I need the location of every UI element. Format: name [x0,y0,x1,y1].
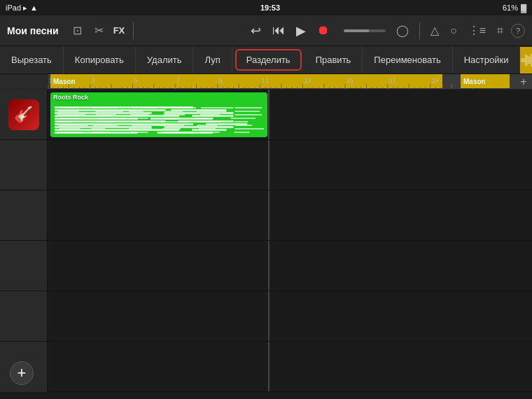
add-track-button[interactable]: + [10,361,34,385]
cut-button[interactable]: Вырезать [0,46,64,74]
empty-track-header-5 [0,291,47,342]
region-waveform [50,102,267,136]
track-lanes: Roots Rock [48,90,532,392]
wifi-icon: ▲ [30,4,38,12]
track-lane-6[interactable] [48,342,532,392]
notification-icon[interactable]: △ [427,21,442,40]
app-title[interactable]: Мои песни [7,25,59,36]
transport-controls: ↩ ⏮ ▶ ⏺ [246,20,334,41]
ipad-label: iPad ▸ [6,4,27,13]
tracks-icon[interactable]: ⊡ [69,21,86,40]
battery-icon: ▓ [521,4,526,12]
volume-slider[interactable] [344,29,386,32]
region-name: Roots Rock [50,92,267,102]
track-lane-5[interactable] [48,291,532,342]
record-button[interactable]: ⏺ [313,20,334,41]
separator-2 [419,22,420,39]
empty-track-header-4 [0,241,47,291]
fx-button[interactable]: FX [113,25,125,36]
chat-icon[interactable]: ○ [447,22,461,40]
rename-button[interactable]: Переименовать [363,46,452,74]
mason-label-right: Mason [461,74,510,88]
waveform-preview [520,47,532,74]
status-left: iPad ▸ ▲ [6,4,38,13]
ruler-indent [0,74,48,89]
track-lane-4[interactable] [48,241,532,291]
track-lane-2[interactable] [48,140,532,190]
help-button[interactable]: ? [511,24,525,38]
ruler-area[interactable]: Mason Mason [48,74,515,89]
empty-track-header-3 [0,190,47,241]
settings-button[interactable]: Настройки [453,46,521,74]
toolbar: Мои песни ⊡ ✂ FX ↩ ⏮ ▶ ⏺ ◯ △ ○ ⋮≡ ⌗ ? [0,15,532,46]
separator-1 [133,22,134,39]
skip-back-button[interactable]: ⏮ [268,20,289,41]
waveform-preview-area [520,46,532,74]
battery-level: 61% [503,4,518,12]
track-headers: 🎸 [0,90,48,392]
empty-track-header-2 [0,140,47,190]
guitar-emoji: 🎸 [14,106,33,124]
split-button[interactable]: Разделить [235,49,302,71]
track-lane-3[interactable] [48,190,532,241]
track-icon-guitar[interactable]: 🎸 [8,99,39,130]
scissors-icon[interactable]: ✂ [90,21,108,40]
equalizer-icon[interactable]: ⋮≡ [465,21,489,40]
add-track-ruler-button[interactable]: + [515,74,532,89]
status-right: 61% ▓ [503,4,526,12]
copy-button[interactable]: Копировать [64,46,136,74]
master-volume-knob[interactable]: ◯ [393,21,412,40]
undo-button[interactable]: ↩ [246,20,265,41]
region-roots-rock[interactable]: Roots Rock [50,92,267,137]
key-icon[interactable]: ⌗ [493,22,507,40]
track-lane-1[interactable]: Roots Rock [48,90,532,140]
track-area: 🎸 Roots Rock [0,90,532,392]
context-menu-bar: Вырезать Копировать Удалить Луп Разделит… [0,46,532,74]
play-button[interactable]: ▶ [292,20,310,41]
status-bar: iPad ▸ ▲ 19:53 61% ▓ [0,0,532,15]
loop-button[interactable]: Луп [193,46,232,74]
delete-button[interactable]: Удалить [136,46,194,74]
edit-button[interactable]: Править [304,46,363,74]
track-header-guitar: 🎸 [0,90,47,140]
status-time: 19:53 [260,4,280,12]
timeline-ruler: Mason Mason + [0,74,532,90]
